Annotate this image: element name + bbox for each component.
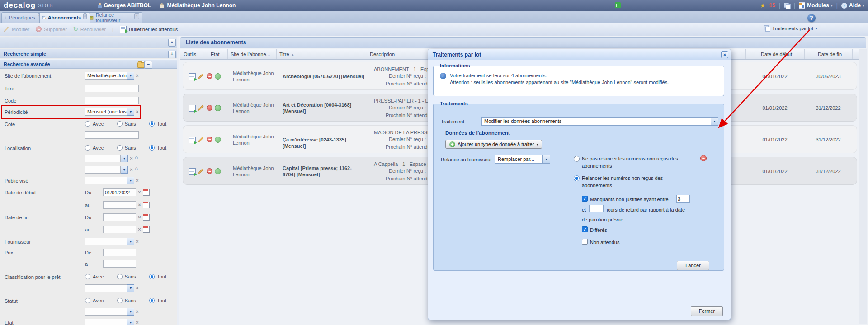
pencil-icon[interactable] xyxy=(198,73,204,80)
windows-icon[interactable] xyxy=(784,3,790,9)
save-state-icon[interactable] xyxy=(615,2,621,9)
chevron-down-icon[interactable] xyxy=(127,108,134,116)
statut-select[interactable] xyxy=(85,308,127,316)
chevron-down-icon[interactable] xyxy=(121,155,128,162)
recherche-simple-header[interactable]: Recherche simple + xyxy=(0,49,177,58)
chevron-down-icon[interactable] xyxy=(127,308,134,316)
clear-icon[interactable] xyxy=(134,238,140,245)
relance-select[interactable]: Remplacer par... xyxy=(495,155,550,164)
col-site[interactable]: Site de l'abonne... xyxy=(228,49,277,59)
localisation-select-1[interactable] xyxy=(85,155,121,162)
radio-tout[interactable]: Tout xyxy=(149,145,166,151)
prix-de-input[interactable] xyxy=(103,249,136,256)
delete-row-icon[interactable] xyxy=(207,105,212,111)
chevron-down-icon[interactable] xyxy=(127,284,134,292)
aide-menu[interactable]: Aide xyxy=(841,2,864,9)
delete-row-icon[interactable] xyxy=(207,137,212,142)
close-icon[interactable] xyxy=(83,13,87,19)
tab-relance-fournisseur[interactable]: Relance fournisseur xyxy=(85,12,142,23)
checkbox-differes[interactable] xyxy=(582,226,588,232)
calendar-icon[interactable] xyxy=(143,214,150,221)
clear-icon[interactable] xyxy=(134,285,140,292)
chevron-down-icon[interactable] xyxy=(127,238,134,245)
chevron-down-icon[interactable] xyxy=(127,177,134,184)
radio-avec[interactable]: Avec xyxy=(85,145,104,151)
periodicite-select[interactable]: Mensuel (une fois par mois) xyxy=(85,108,127,116)
clear-icon[interactable] xyxy=(137,214,142,221)
vertical-scrollbar[interactable] xyxy=(859,49,867,324)
delete-row-icon[interactable] xyxy=(207,168,212,174)
supprimer-button[interactable]: Supprimer xyxy=(36,26,67,32)
clear-icon[interactable] xyxy=(134,308,140,315)
classification-select[interactable] xyxy=(85,284,127,292)
col-titre[interactable]: Titre xyxy=(277,49,367,59)
fermer-button[interactable]: Fermer xyxy=(691,306,723,316)
col-outils[interactable]: Outils xyxy=(181,49,208,59)
radio-ne-pas-relancer[interactable] xyxy=(574,156,580,162)
expand-icon[interactable]: + xyxy=(168,51,176,58)
tab-periodiques[interactable]: Périodiques xyxy=(1,12,44,23)
collapse-left-icon[interactable]: « xyxy=(168,39,176,47)
clear-icon[interactable] xyxy=(128,166,134,173)
calendar-icon[interactable] xyxy=(143,189,150,196)
prix-a-input[interactable] xyxy=(103,260,136,268)
calendar-icon[interactable] xyxy=(143,226,150,233)
clear-icon[interactable] xyxy=(137,202,142,208)
calendar-icon[interactable] xyxy=(143,202,150,208)
col-etat[interactable]: Etat xyxy=(208,49,228,59)
modules-menu[interactable]: Modules xyxy=(799,2,833,9)
radio-tout[interactable]: Tout xyxy=(149,274,166,279)
bulletin-row-icon[interactable] xyxy=(189,137,196,143)
close-icon[interactable] xyxy=(721,51,728,58)
traitements-par-lot-button[interactable]: Traitements par lot xyxy=(764,25,817,31)
remove-icon[interactable]: − xyxy=(145,61,152,69)
cote-input[interactable] xyxy=(85,131,139,139)
radio-avec[interactable]: Avec xyxy=(85,298,104,303)
recherche-avancee-header[interactable]: Recherche avancée − xyxy=(0,59,177,69)
etat-select[interactable] xyxy=(85,319,127,325)
delete-row-icon[interactable] xyxy=(207,73,212,79)
col-date-debut[interactable]: Date de début xyxy=(746,49,805,59)
manquants-min-input[interactable] xyxy=(676,195,690,203)
clear-icon[interactable] xyxy=(134,108,140,115)
ajouter-type-donnee-button[interactable]: Ajouter un type de donnée à traiter xyxy=(445,140,542,149)
bulletin-row-icon[interactable] xyxy=(189,73,196,80)
folder-icon[interactable] xyxy=(137,61,145,69)
radio-avec[interactable]: Avec xyxy=(85,274,104,279)
clear-icon[interactable] xyxy=(128,155,134,162)
chevron-down-icon[interactable] xyxy=(542,155,550,164)
date-fin-du-input[interactable] xyxy=(103,213,136,221)
pencil-icon[interactable] xyxy=(198,105,204,111)
renouveler-button[interactable]: Renouveler xyxy=(73,26,106,32)
pencil-icon[interactable] xyxy=(198,137,204,143)
home-icon[interactable] xyxy=(135,166,138,172)
pencil-icon[interactable] xyxy=(198,168,204,174)
site-select[interactable]: Médiathèque John Lennon xyxy=(85,72,127,80)
favorites-icon[interactable] xyxy=(760,3,766,9)
modifier-button[interactable]: Modifier xyxy=(4,26,29,32)
radio-avec[interactable]: Avec xyxy=(85,121,104,127)
clear-icon[interactable] xyxy=(134,177,140,184)
titre-input[interactable] xyxy=(85,85,139,92)
help-icon[interactable] xyxy=(807,14,816,22)
radio-relancer[interactable] xyxy=(574,175,580,181)
checkbox-non-attendus[interactable] xyxy=(582,239,588,245)
date-debut-au-input[interactable] xyxy=(103,201,136,209)
chevron-down-icon[interactable] xyxy=(127,72,134,80)
manquants-max-input[interactable] xyxy=(589,205,604,212)
clear-icon[interactable] xyxy=(134,72,140,79)
chevron-down-icon[interactable] xyxy=(121,166,128,174)
col-date-fin[interactable]: Date de fin xyxy=(805,49,853,59)
bulletin-row-icon[interactable] xyxy=(189,105,196,112)
fournisseur-select[interactable] xyxy=(85,238,127,245)
clear-icon[interactable] xyxy=(137,189,142,196)
bulletin-row-icon[interactable] xyxy=(189,168,196,175)
clear-icon[interactable] xyxy=(137,226,142,233)
radio-sans[interactable]: Sans xyxy=(117,121,136,127)
chevron-down-icon[interactable] xyxy=(711,117,718,126)
radio-sans[interactable]: Sans xyxy=(117,145,136,151)
code-input[interactable] xyxy=(85,97,139,104)
lancer-button[interactable]: Lancer xyxy=(677,261,709,270)
clear-icon[interactable] xyxy=(134,319,140,325)
checkbox-manquants[interactable] xyxy=(582,196,588,202)
